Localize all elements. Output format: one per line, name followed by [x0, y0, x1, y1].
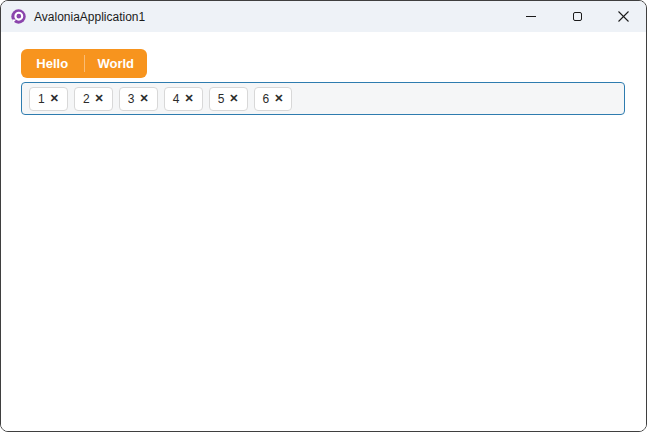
- minimize-icon: [526, 16, 536, 17]
- titlebar[interactable]: AvaloniaApplication1: [1, 1, 646, 32]
- close-button[interactable]: [600, 1, 646, 32]
- chip-label: 4: [173, 92, 180, 106]
- avalonia-logo-icon: [11, 9, 26, 24]
- chip-remove-button[interactable]: ✕: [50, 93, 59, 104]
- close-icon: ✕: [184, 93, 193, 104]
- window-content: Hello World 1 ✕ 2 ✕ 3 ✕ 4 ✕ 5 ✕: [1, 32, 646, 431]
- close-icon: ✕: [95, 93, 104, 104]
- hello-button[interactable]: Hello: [21, 49, 84, 78]
- close-icon: [618, 11, 629, 22]
- chip-label: 5: [218, 92, 225, 106]
- chip-remove-button[interactable]: ✕: [274, 93, 283, 104]
- close-icon: ✕: [274, 93, 283, 104]
- chip-label: 6: [263, 92, 270, 106]
- minimize-button[interactable]: [508, 1, 554, 32]
- chip-6: 6 ✕: [254, 87, 293, 111]
- window-title: AvaloniaApplication1: [34, 10, 145, 24]
- hello-world-button-group: Hello World: [21, 49, 147, 78]
- chip-remove-button[interactable]: ✕: [140, 93, 149, 104]
- chip-label: 1: [38, 92, 45, 106]
- chip-remove-button[interactable]: ✕: [184, 93, 193, 104]
- chip-3: 3 ✕: [119, 87, 158, 111]
- chip-remove-button[interactable]: ✕: [95, 93, 104, 104]
- chip-5: 5 ✕: [209, 87, 248, 111]
- world-button[interactable]: World: [85, 49, 148, 78]
- chip-label: 2: [83, 92, 90, 106]
- maximize-button[interactable]: [554, 1, 600, 32]
- chip-1: 1 ✕: [29, 87, 68, 111]
- chip-remove-button[interactable]: ✕: [229, 93, 238, 104]
- close-icon: ✕: [140, 93, 149, 104]
- close-icon: ✕: [229, 93, 238, 104]
- close-icon: ✕: [50, 93, 59, 104]
- chip-4: 4 ✕: [164, 87, 203, 111]
- app-window: AvaloniaApplication1 Hello World 1 ✕: [0, 0, 647, 432]
- chip-2: 2 ✕: [74, 87, 113, 111]
- maximize-icon: [573, 12, 582, 21]
- chip-input-field[interactable]: 1 ✕ 2 ✕ 3 ✕ 4 ✕ 5 ✕ 6 ✕: [21, 82, 625, 115]
- chip-label: 3: [128, 92, 135, 106]
